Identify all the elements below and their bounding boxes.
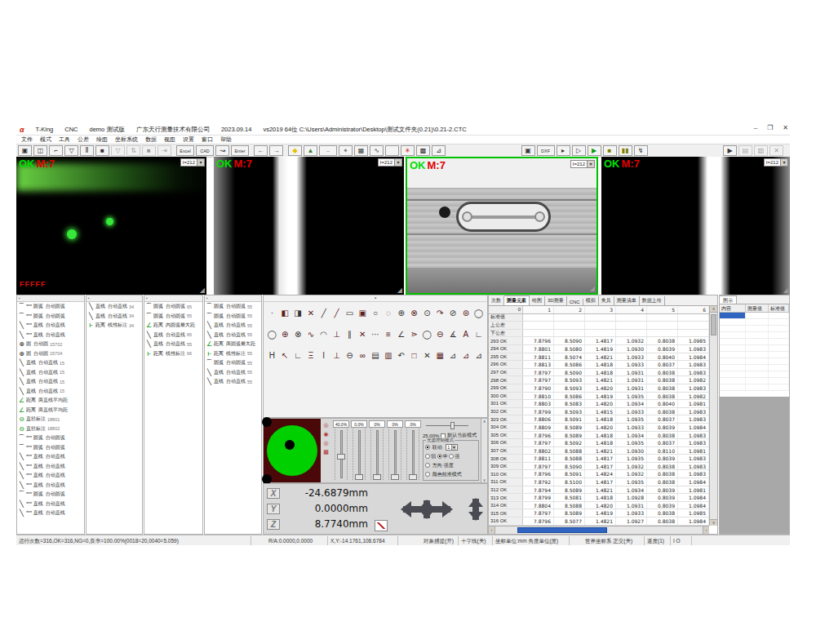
resize-handle-icon[interactable]: ◢ — [200, 286, 205, 294]
measure-list-item[interactable]: ╲直线自动直线15 — [17, 368, 84, 378]
measure-list-item[interactable]: ⌒圆弧自动圆弧55 — [205, 312, 261, 322]
toolbar-cad-export-button[interactable]: CAD — [196, 145, 214, 156]
result-row-296[interactable]: 296 OK7.88138.50861.48181.09330.80371.09… — [489, 361, 709, 369]
ring-mode-icon[interactable]: ▩ — [323, 449, 329, 455]
light-channel-slider-4[interactable]: 0% — [405, 420, 421, 481]
result-row-309[interactable]: 309 OK7.87978.50901.48171.09320.80381.09… — [489, 463, 709, 471]
measure-tool-icon-2-16[interactable]: ⊿ — [472, 349, 485, 362]
measure-list-item[interactable]: ⌒*** 圆弧自动圆弧 — [17, 490, 84, 500]
toolbar-enter-button[interactable]: Enter — [231, 145, 249, 156]
measure-tool-icon-2-1[interactable]: ↖ — [279, 349, 291, 362]
toolbar-open-icon[interactable]: ◫ — [33, 145, 47, 156]
measure-list-item[interactable]: ⌒*** 圆弧自动圆弧 — [17, 302, 84, 312]
toolbar-light-bulb-icon[interactable]: ◆ — [288, 145, 302, 156]
toolbar-play-right-icon[interactable]: ▶ — [723, 145, 737, 156]
menu-item-0[interactable]: 文件 — [21, 135, 33, 144]
ring-mode-icon[interactable]: ◉ — [323, 431, 328, 437]
menu-item-2[interactable]: 工具 — [59, 135, 70, 144]
slider-thumb[interactable] — [391, 474, 399, 480]
slider-knob[interactable] — [450, 422, 455, 429]
detail-row[interactable] — [720, 371, 789, 378]
measure-tool-icon-0-10[interactable]: ⊕ — [395, 307, 407, 319]
detail-row[interactable] — [720, 313, 789, 319]
detail-row[interactable] — [720, 384, 789, 391]
measure-tool-icon-0-16[interactable]: ◯ — [472, 307, 485, 319]
result-row-302[interactable]: 302 OK7.87998.50931.48151.09330.80381.09… — [489, 408, 709, 416]
measure-list-item[interactable]: ╲直线自动直线15 — [17, 377, 84, 387]
exposure-dropdown[interactable]: I=212 ▾ — [570, 160, 595, 168]
measure-tool-icon-2-12[interactable]: ✕ — [421, 349, 433, 362]
result-row-294[interactable]: 294 OK7.88018.50801.48191.09300.80391.09… — [489, 345, 709, 353]
x-axis-icon[interactable]: X — [267, 488, 280, 499]
measure-list-item[interactable]: ⌒圆弧自动圆弧55 — [144, 312, 202, 322]
measure-list-item[interactable]: ╲直线自动直线15 — [17, 358, 84, 368]
measure-tool-icon-2-11[interactable]: □ — [408, 349, 420, 362]
measure-list-item[interactable]: ╲直线自动直线55 — [205, 321, 261, 331]
menu-item-4[interactable]: 绘图 — [96, 135, 108, 144]
measure-tool-icon-1-16[interactable]: ∟ — [472, 328, 485, 340]
measure-tool-icon-0-3[interactable]: ✕ — [304, 307, 317, 319]
detail-row[interactable] — [720, 339, 789, 345]
table-tab-CNC[interactable]: CNC — [567, 299, 583, 305]
measure-tool-icon-1-4[interactable]: ◠ — [317, 328, 330, 340]
detail-row[interactable] — [720, 352, 789, 358]
ring-mode-icon[interactable]: ◎ — [323, 422, 328, 429]
measure-list-item[interactable]: ╲*** 直线自动直线 — [17, 481, 84, 491]
result-row-304[interactable]: 304 OK7.88098.50891.48201.09330.80391.09… — [489, 424, 709, 432]
link-radio[interactable] — [425, 445, 430, 450]
xy-jog-pad[interactable] — [392, 492, 461, 526]
measure-list-item[interactable]: ⌒*** 圆弧自动圆弧 — [17, 443, 84, 453]
measure-list-item[interactable]: ╲直线自动直线55 — [205, 368, 261, 378]
measure-tool-icon-0-9[interactable]: ◌ — [382, 307, 394, 319]
result-row-303[interactable]: 303 OK7.88068.50911.48181.09350.80371.09… — [489, 415, 709, 424]
toolbar-blank-icon[interactable] — [385, 145, 399, 156]
measure-tool-icon-1-11[interactable]: ⋗ — [408, 328, 420, 340]
result-row-314[interactable]: 314 OK7.88048.50881.48201.09310.80391.09… — [489, 502, 709, 510]
toolbar-save-2-icon[interactable]: ▣ — [521, 145, 535, 156]
measure-list-item[interactable]: ╲直线自动直线15 — [17, 387, 84, 397]
menu-item-9[interactable]: 窗口 — [202, 135, 213, 144]
minimize-button[interactable]: – — [754, 124, 757, 131]
measure-tool-icon-1-8[interactable]: ⋯ — [370, 328, 382, 340]
measure-tool-icon-0-1[interactable]: ◧ — [279, 307, 291, 319]
result-row-312[interactable]: 312 OK7.87948.50891.48211.09340.80391.09… — [489, 486, 709, 495]
result-row-310[interactable]: 310 OK7.87968.50911.48241.09320.80381.09… — [489, 470, 709, 478]
measure-list-item[interactable]: ╲*** 直线自动直线 — [17, 321, 84, 331]
toolbar-edge-tool-icon[interactable]: ⌐ — [49, 145, 63, 156]
measure-tool-icon-2-5[interactable]: ⊥ — [330, 349, 343, 362]
measure-tool-icon-1-1[interactable]: ⊕ — [279, 328, 291, 340]
measure-tool-icon-0-6[interactable]: ▭ — [344, 307, 356, 319]
result-row-301[interactable]: 301 OK7.88038.50831.48201.09340.80401.09… — [489, 400, 709, 408]
result-row-293[interactable]: 293 OK7.87968.50901.48171.09320.80381.09… — [489, 337, 709, 345]
toolbar-curve-icon[interactable]: ∿ — [370, 145, 384, 156]
result-row-299[interactable]: 299 OK7.87908.50931.48201.09310.80381.09… — [489, 384, 709, 393]
measure-list-item[interactable]: ╲*** 直线自动直线 — [17, 471, 84, 481]
measure-list-item[interactable]: ╲*** 直线自动直线 — [17, 500, 84, 509]
toolbar-probe-icon[interactable]: ▽ — [64, 145, 78, 156]
measure-tool-icon-0-4[interactable]: ╱ — [317, 307, 330, 319]
link-select[interactable]: 1 ▾ — [446, 444, 457, 451]
measure-tool-icon-0-14[interactable]: ⊘ — [447, 307, 459, 319]
detail-row[interactable] — [720, 345, 789, 352]
measure-tool-icon-0-13[interactable]: ↷ — [434, 307, 446, 319]
spec-row-下公差[interactable]: 下公差 — [489, 330, 709, 338]
maximize-button[interactable]: ❐ — [767, 124, 773, 131]
ring-light-preview[interactable] — [264, 419, 321, 482]
measure-list-item[interactable]: Ⱶ距离线性标注34 — [86, 321, 142, 331]
camera-view-2[interactable]: OKM:7 I=212 ▾ ◢ — [214, 157, 404, 295]
detail-row[interactable] — [720, 358, 789, 365]
measure-list-item[interactable]: ∠距离内圆弧最大距 — [144, 321, 202, 331]
measure-list-item[interactable]: ╲*** 直线自动直线 — [17, 452, 84, 462]
toolbar-signature-icon[interactable]: ↝ — [215, 145, 229, 156]
measure-list-item[interactable]: ╲直线自动直线34 — [86, 312, 142, 322]
measure-list-item[interactable]: ╲*** 直线自动直线 — [17, 509, 84, 518]
toolbar-stop-olive-icon[interactable]: ■ — [603, 145, 617, 156]
measure-list-item[interactable]: ⊕圆自动圆15702 — [17, 340, 84, 349]
measure-tool-icon-1-5[interactable]: ⊥ — [330, 328, 343, 340]
measure-tool-icon-2-9[interactable]: ▥ — [382, 349, 394, 362]
measure-tool-icon-1-2[interactable]: ⊗ — [292, 328, 304, 340]
measure-list-item[interactable]: ⌒圆弧自动圆弧55 — [205, 302, 261, 312]
measure-list-item[interactable]: ⌒*** 圆弧自动圆弧 — [17, 312, 84, 322]
table-tab-数据上传[interactable]: 数据上传 — [640, 296, 665, 305]
slider-thumb[interactable] — [373, 474, 381, 480]
